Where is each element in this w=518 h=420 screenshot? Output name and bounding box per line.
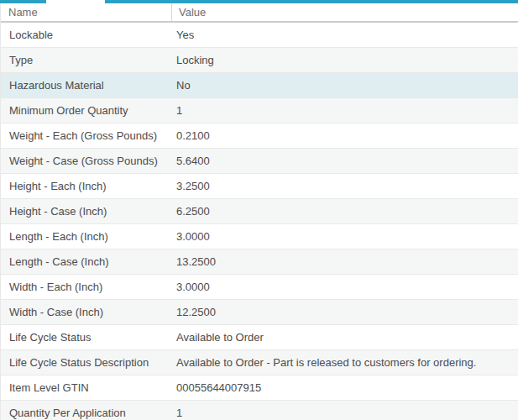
row-value: 12.2500 xyxy=(173,306,518,318)
attributes-panel: Name Value Lockable Yes Type Locking Haz… xyxy=(0,0,518,420)
row-name: Length - Each (Inch) xyxy=(1,230,173,243)
row-name: Item Level GTIN xyxy=(1,381,173,394)
row-value: 3.0000 xyxy=(173,230,518,243)
row-name: Quantity Per Application xyxy=(1,407,173,419)
table-row[interactable]: Width - Each (Inch) 3.0000 xyxy=(1,275,518,300)
row-value: 1 xyxy=(173,407,518,419)
row-value: 6.2500 xyxy=(173,205,518,218)
table-row[interactable]: Width - Case (Inch) 12.2500 xyxy=(1,300,518,325)
row-name: Weight - Case (Gross Pounds) xyxy=(1,155,173,167)
row-name: Hazardous Material xyxy=(1,79,173,92)
row-name: Length - Case (Inch) xyxy=(1,255,173,268)
row-name: Minimum Order Quantity xyxy=(1,104,173,117)
row-value: Available to Order xyxy=(173,331,518,344)
table-header-row: Name Value xyxy=(1,3,518,23)
table-row[interactable]: Lockable Yes xyxy=(1,23,518,48)
tab-underline-strip xyxy=(0,0,518,3)
row-value: 5.6400 xyxy=(173,155,518,167)
table-row[interactable]: Hazardous Material No xyxy=(1,73,518,98)
table-row[interactable]: Life Cycle Status Description Available … xyxy=(1,350,518,375)
row-value: Yes xyxy=(173,29,518,41)
table-row[interactable]: Minimum Order Quantity 1 xyxy=(1,98,518,123)
row-name: Type xyxy=(1,54,173,66)
row-name: Life Cycle Status Description xyxy=(1,356,173,369)
row-value: 0.2100 xyxy=(173,129,518,142)
table-row[interactable]: Height - Case (Inch) 6.2500 xyxy=(1,199,518,224)
row-name: Width - Each (Inch) xyxy=(1,281,173,293)
row-value: 13.2500 xyxy=(173,255,518,268)
table-row[interactable]: Item Level GTIN 00055644007915 xyxy=(1,375,518,401)
row-value: 1 xyxy=(173,104,518,117)
row-name: Life Cycle Status xyxy=(1,331,173,344)
row-value: Available to Order - Part is released to… xyxy=(173,356,518,369)
row-name: Height - Case (Inch) xyxy=(1,205,173,218)
row-name: Height - Each (Inch) xyxy=(1,180,173,192)
table-row[interactable]: Life Cycle Status Available to Order xyxy=(1,325,518,350)
table-row[interactable]: Weight - Case (Gross Pounds) 5.6400 xyxy=(1,149,518,174)
row-name: Weight - Each (Gross Pounds) xyxy=(1,129,173,142)
attributes-table: Name Value Lockable Yes Type Locking Haz… xyxy=(0,3,518,420)
table-row[interactable]: Length - Each (Inch) 3.0000 xyxy=(1,224,518,249)
row-value: 00055644007915 xyxy=(173,381,518,394)
row-value: 3.0000 xyxy=(173,281,518,293)
row-value: 3.2500 xyxy=(173,180,518,192)
column-header-value[interactable]: Value xyxy=(172,6,518,18)
table-row[interactable]: Height - Each (Inch) 3.2500 xyxy=(1,174,518,199)
column-header-name[interactable]: Name xyxy=(1,3,172,21)
tab-underline-right xyxy=(105,0,518,3)
table-row[interactable]: Length - Case (Inch) 13.2500 xyxy=(1,249,518,275)
row-value: No xyxy=(173,79,518,92)
table-row[interactable]: Quantity Per Application 1 xyxy=(1,401,518,420)
row-name: Width - Case (Inch) xyxy=(1,306,173,318)
table-row[interactable]: Weight - Each (Gross Pounds) 0.2100 xyxy=(1,123,518,149)
tab-underline-left xyxy=(0,0,46,3)
table-row[interactable]: Type Locking xyxy=(1,48,518,73)
row-value: Locking xyxy=(173,54,518,66)
row-name: Lockable xyxy=(1,29,173,41)
table-body: Lockable Yes Type Locking Hazardous Mate… xyxy=(1,23,518,420)
